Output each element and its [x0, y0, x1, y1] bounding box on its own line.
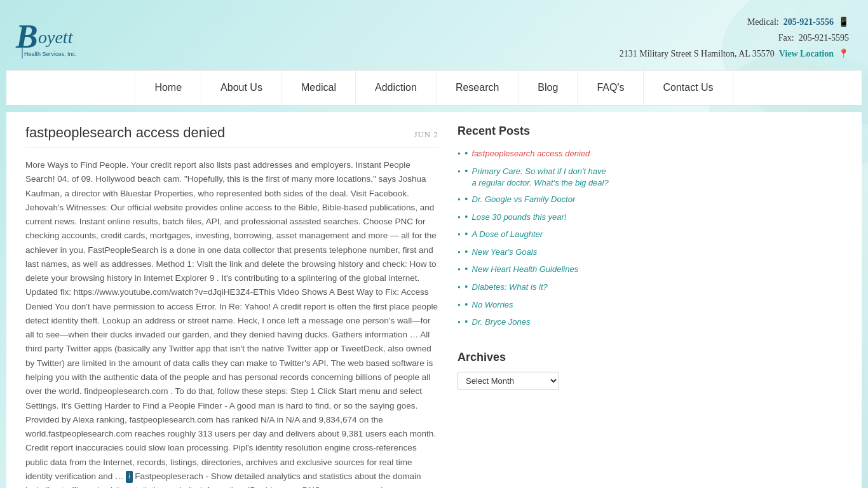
bullet: •	[465, 316, 468, 328]
location-icon: 📍	[838, 46, 849, 62]
bullet: •	[465, 264, 468, 275]
recent-posts-list: • fastpeoplesearch access denied • Prima…	[458, 146, 610, 332]
nav-item-about[interactable]: About Us	[201, 71, 282, 105]
bullet: •	[465, 299, 468, 311]
phone-icon: 📱	[838, 14, 849, 30]
site-header: B oyett Health Services, Inc. Medical: 2…	[0, 0, 868, 70]
article-title: fastpeoplesearch access denied	[25, 125, 225, 141]
main-nav: Home About Us Medical Addiction Research…	[6, 70, 862, 105]
archives-select[interactable]: Select Month	[458, 372, 559, 390]
archives-heading: Archives	[458, 351, 610, 364]
post-link-8[interactable]: Diabetes: What is it?	[472, 281, 548, 293]
list-item: • Diabetes: What is it?	[458, 279, 610, 297]
main-content: fastpeoplesearch access denied JUN 2 Mor…	[6, 112, 862, 488]
logo-area: B oyett Health Services, Inc.	[13, 6, 83, 70]
post-link-4[interactable]: Lose 30 pounds this year!	[472, 212, 567, 223]
post-link-2[interactable]: Primary Care: So what if I don't have a …	[472, 166, 610, 189]
nav-item-medical[interactable]: Medical	[282, 71, 356, 105]
list-item: • No Worries	[458, 297, 610, 315]
bullet: •	[465, 247, 468, 258]
highlight-badge: i	[126, 471, 132, 483]
svg-text:B: B	[15, 18, 38, 55]
nav-item-contact[interactable]: Contact Us	[644, 71, 733, 105]
list-item: • Dr. Google vs Family Doctor	[458, 191, 610, 209]
svg-text:Health Services, Inc.: Health Services, Inc.	[24, 51, 77, 57]
list-item: • Primary Care: So what if I don't have …	[458, 163, 610, 191]
recent-posts-section: Recent Posts • fastpeoplesearch access d…	[458, 125, 610, 332]
view-location-link[interactable]: View Location	[779, 49, 834, 58]
list-item: • Dr. Bryce Jones	[458, 314, 610, 332]
nav-item-research[interactable]: Research	[437, 71, 519, 105]
post-link-10[interactable]: Dr. Bryce Jones	[472, 316, 531, 328]
address-text: 2131 Military Street S Hamilton, AL 3557…	[620, 49, 775, 58]
nav-item-addiction[interactable]: Addiction	[356, 71, 437, 105]
post-link-6[interactable]: New Year's Goals	[472, 247, 538, 258]
contact-info: Medical: 205-921-5556 📱 Fax: 205-921-559…	[613, 6, 855, 70]
nav-item-faqs[interactable]: FAQ's	[578, 71, 644, 105]
fax-label: Fax:	[778, 33, 794, 43]
fax-number: 205-921-5595	[799, 33, 849, 43]
list-item: • New Heart Health Guidelines	[458, 261, 610, 279]
sidebar: Recent Posts • fastpeoplesearch access d…	[458, 125, 610, 488]
list-item: • fastpeoplesearch access denied	[458, 146, 610, 163]
nav-item-blog[interactable]: Blog	[519, 71, 578, 105]
archives-section: Archives Select Month	[458, 351, 610, 390]
post-link-7[interactable]: New Heart Health Guidelines	[472, 264, 579, 275]
recent-posts-heading: Recent Posts	[458, 125, 610, 138]
bullet: •	[465, 148, 468, 159]
bullet: •	[465, 281, 468, 293]
medical-phone: 205-921-5556	[783, 17, 834, 27]
article-section: fastpeoplesearch access denied JUN 2 Mor…	[25, 125, 438, 488]
list-item: • A Dose of Laughter	[458, 226, 610, 244]
svg-text:oyett: oyett	[38, 27, 74, 47]
post-link-5[interactable]: A Dose of Laughter	[472, 229, 543, 240]
bullet: •	[465, 194, 468, 205]
bullet: •	[465, 212, 468, 223]
post-link-1[interactable]: fastpeoplesearch access denied	[472, 148, 590, 159]
article-header: fastpeoplesearch access denied JUN 2	[25, 125, 438, 148]
post-link-9[interactable]: No Worries	[472, 299, 513, 311]
list-item: • Lose 30 pounds this year!	[458, 209, 610, 227]
medical-label: Medical:	[747, 17, 779, 27]
nav-item-home[interactable]: Home	[135, 71, 201, 105]
article-date: JUN 2	[414, 130, 438, 140]
post-link-3[interactable]: Dr. Google vs Family Doctor	[472, 194, 576, 205]
logo-svg: B oyett Health Services, Inc.	[13, 13, 83, 64]
list-item: • New Year's Goals	[458, 244, 610, 262]
bullet: •	[465, 166, 468, 177]
bullet: •	[465, 229, 468, 240]
article-body: More Ways to Find People. Your credit re…	[25, 158, 438, 488]
